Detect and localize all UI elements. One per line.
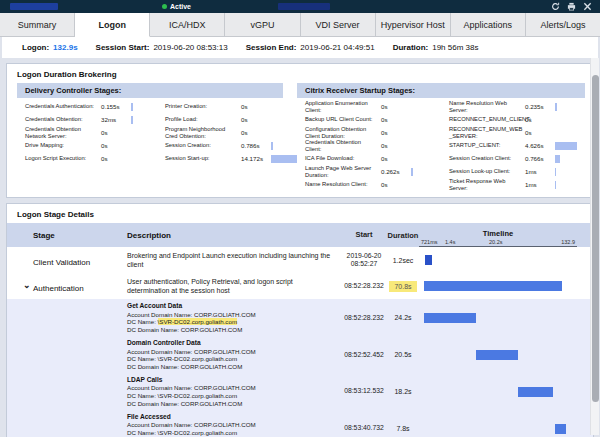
metric-duration-bar [555, 168, 556, 176]
stage-table-body: Client ValidationBrokering and Endpoint … [7, 247, 593, 437]
description-detail: Account Domain Name: CORP.GOLIATH.COM [127, 348, 335, 356]
metric-label: Session Creation Client: [449, 155, 525, 161]
brokering-panels: Delivery Controller Stages: Credentials … [7, 83, 593, 197]
metric-label: Logon Script Execution: [25, 155, 101, 161]
tab-ica-hdx[interactable]: ICA/HDX [150, 13, 225, 37]
delivery-controller-panel-title: Delivery Controller Stages: [17, 83, 283, 98]
vertical-scrollbar[interactable] [590, 58, 599, 435]
metric-label: STARTUP_CLIENT: [449, 142, 525, 148]
metric-bar-area [555, 181, 581, 189]
metric-label: Drive Mapping: [25, 142, 101, 148]
description-detail: DC Name: \SVR-DC02.corp.goliath.com [127, 429, 335, 437]
session-start-value: 2019-06-20 08:53:13 [153, 43, 227, 52]
tab-applications[interactable]: Applications [451, 13, 526, 37]
duration-value: 70.8s [389, 281, 416, 292]
metric-value: 1ms [525, 181, 555, 188]
description-title: File Accessed [127, 413, 335, 421]
description-detail: DC Domain Name: CORP.GOLIATH.COM [127, 363, 335, 371]
description-detail: DC Name: \SVR-DC02.corp.goliath.com [127, 355, 335, 363]
metric-bar-area [411, 142, 437, 150]
detail-prefix: DC Domain Name: [127, 363, 181, 370]
metric-label: Name Resolution Client: [305, 181, 381, 187]
metric-label: Credentials Obtention Network Server: [25, 126, 101, 138]
detail-prefix: DC Name: [127, 429, 158, 436]
metric-value: 0.766s [525, 155, 555, 162]
refresh-icon[interactable] [551, 2, 560, 11]
tab-logon[interactable]: Logon [75, 13, 150, 37]
metric-printer-creation: Printer Creation:0s [157, 100, 297, 113]
metric-bar-area [131, 116, 157, 124]
description-cell: File AccessedAccount Domain Name: CORP.G… [127, 413, 341, 437]
detail-prefix: DC Name: [127, 392, 158, 399]
metric-value: 0.786s [241, 142, 271, 149]
timeline-bar [425, 255, 432, 265]
scrollbar-thumb[interactable] [592, 75, 599, 402]
description-text: Brokering and Endpoint Launch execution … [127, 251, 335, 269]
tab-summary[interactable]: Summary [0, 13, 75, 37]
column-header-stage: Stage [7, 223, 127, 247]
description-cell: User authentication, Policy Retrieval, a… [127, 277, 341, 295]
start-cell: 08:52:28.232 [341, 282, 387, 290]
description-detail: Account Domain Name: CORP.GOLIATH.COM [127, 421, 335, 429]
metric-value: 0s [101, 142, 131, 149]
metric-value: 0s [101, 155, 131, 162]
description-text: User authentication, Policy Retrieval, a… [127, 277, 335, 295]
metric-backup-url-client-count: Backup URL Client Count:0s [297, 113, 441, 126]
description-cell: Domain Controller DataAccount Domain Nam… [127, 339, 341, 370]
detail-value: \SVR-DC02.corp.goliath.com [158, 429, 237, 436]
stage-label: Authentication [33, 284, 84, 293]
metric-credentials-obtention-client: Credentials Obtention Client:0s [297, 139, 441, 152]
metric-value: 0s [381, 103, 411, 110]
metric-bar-area [555, 116, 581, 124]
column-header-description: Description [127, 223, 341, 247]
metric-label: Ticket Response Web Server: [449, 178, 525, 190]
session-monitor-window: Active SummaryLogonICA/HDXvGPUVDI Server… [0, 0, 600, 437]
metric-label: Printer Creation: [165, 103, 241, 109]
stage-details-section-title: Logon Stage Details [7, 204, 593, 223]
metric-label: Application Enumeration Client: [305, 100, 381, 112]
metric-bar-area [271, 116, 297, 124]
detail-prefix: Account Domain Name: [127, 311, 194, 318]
tab-vdi-server[interactable]: VDI Server [301, 13, 376, 37]
active-status-dot [162, 4, 167, 9]
duration-field: Duration: 19h 56m 38s [393, 43, 479, 52]
duration-value: 20.5s [394, 351, 411, 358]
metric-session-start-up: Session Start-up:14.172s [157, 152, 297, 165]
metric-label: Credentials Obtention: [25, 116, 101, 122]
metric-label: ICA File Download: [305, 155, 381, 161]
detail-prefix: Account Domain Name: [127, 384, 194, 391]
detail-value: CORP.GOLIATH.COM [181, 363, 243, 370]
metric-value: 0s [381, 181, 411, 188]
tab-hypervisor-host[interactable]: Hypervisor Host [376, 13, 451, 37]
metric-label: Credentials Obtention Client: [305, 139, 381, 151]
metric-duration-bar [411, 168, 413, 176]
main-content: Logon Duration Brokering Delivery Contro… [2, 63, 598, 437]
stage-label: Client Validation [33, 258, 90, 267]
metric-label: RECONNECT_ENUM_WEB _SERVER: [449, 126, 525, 138]
metric-bar-area [411, 129, 437, 137]
metric-bar-area [555, 103, 581, 111]
close-icon[interactable] [583, 2, 592, 11]
metric-launch-page-web-server-duration: Launch Page Web Server Duration:0.262s [297, 165, 441, 178]
tab-alerts-logs[interactable]: Alerts/Logs [526, 13, 600, 37]
description-detail: DC Domain Name: CORP.GOLIATH.COM [127, 326, 335, 334]
metric-value: 0.262s [381, 168, 411, 175]
description-title: Domain Controller Data [127, 339, 335, 347]
logon-duration-link[interactable]: 132.9s [53, 43, 77, 52]
timeline-tick: 721ms [421, 239, 438, 245]
metric-bar-area [411, 116, 437, 124]
print-icon[interactable] [567, 2, 576, 11]
logon-label: Logon: [22, 43, 49, 52]
timeline-cell [419, 302, 579, 333]
tab-bar: SummaryLogonICA/HDXvGPUVDI ServerHypervi… [0, 13, 600, 37]
metric-logon-script-execution: Logon Script Execution:0s [17, 152, 157, 165]
timeline-tick: 20.2s [489, 239, 502, 245]
metric-value: 0.155s [101, 103, 131, 110]
metric-name-resolution-web-server: Name Resolution Web Server:0.235s [441, 100, 585, 113]
description-detail: DC Domain Name: CORP.GOLIATH.COM [127, 400, 335, 408]
metric-value: 0s [525, 129, 555, 136]
start-cell: 08:53:12.532 [341, 387, 387, 395]
tab-vgpu[interactable]: vGPU [225, 13, 300, 37]
stage-table-header: Stage Description Start Duration Timelin… [7, 223, 593, 247]
chevron-down-icon[interactable]: ⌄ [23, 280, 31, 290]
